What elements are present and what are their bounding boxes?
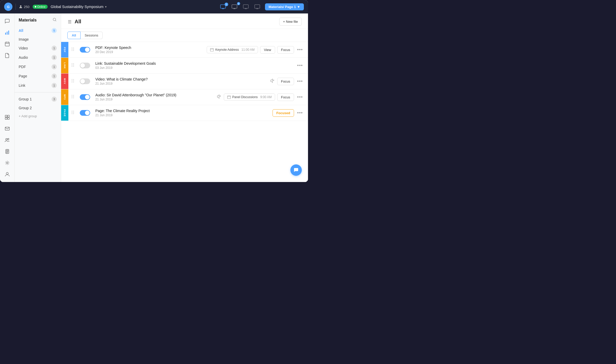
badge-nav-icon[interactable] [3, 147, 12, 156]
drag-handle[interactable] [68, 47, 77, 53]
sidebar-item-group2[interactable]: Group 2 [15, 104, 61, 112]
svg-rect-10 [5, 118, 7, 119]
drag-handle[interactable] [68, 110, 77, 116]
view-button[interactable]: View [260, 46, 275, 54]
more-menu-button[interactable]: ••• [296, 46, 304, 54]
material-name: Page: The Climate Reality Project [95, 109, 270, 113]
filter-tab-sessions[interactable]: Sessions [81, 32, 103, 39]
chat-nav-icon[interactable] [3, 17, 12, 26]
svg-point-43 [72, 98, 73, 98]
type-bar-mp3: MP3 [61, 89, 68, 105]
screen-switcher: 2 [218, 3, 262, 10]
grid-nav-icon[interactable] [3, 113, 12, 122]
mute-icon[interactable] [270, 78, 275, 85]
add-group-button[interactable]: + Add group [15, 112, 61, 120]
material-actions: Focus ••• [270, 78, 308, 85]
focus-button[interactable]: Focus [277, 93, 294, 101]
svg-point-14 [8, 139, 9, 140]
materials-page-button[interactable]: Materials/ Page 1 ▼ [265, 3, 304, 10]
svg-rect-45 [227, 96, 231, 99]
calendar-nav-icon[interactable] [3, 39, 12, 49]
svg-point-33 [72, 79, 73, 80]
content-area: All + New file All Sessions PDF [61, 13, 308, 182]
svg-point-47 [73, 111, 74, 112]
search-icon[interactable] [53, 18, 57, 23]
avatar: G [4, 3, 12, 11]
svg-point-22 [72, 49, 73, 50]
svg-rect-3 [255, 5, 260, 8]
settings-nav-icon[interactable] [3, 158, 12, 168]
material-toggle[interactable] [80, 94, 90, 100]
type-bar-pdf: PDF [61, 42, 68, 57]
material-info: Audio: Sir David Attenborough "Our Plane… [93, 89, 217, 105]
filter-tab-all[interactable]: All [67, 32, 81, 39]
material-toggle[interactable] [80, 63, 90, 68]
sidebar-title: Materials [19, 18, 37, 23]
type-bar-page: PAGE [61, 105, 68, 121]
material-name: Audio: Sir David Attenborough "Our Plane… [95, 93, 214, 97]
mute-icon[interactable] [217, 94, 222, 100]
svg-point-21 [73, 48, 74, 48]
dropdown-arrow-icon: ▼ [104, 5, 107, 8]
focus-button[interactable]: Focus [277, 78, 294, 85]
people-nav-icon[interactable] [3, 135, 12, 145]
screen-3-icon[interactable] [241, 3, 250, 10]
file-nav-icon[interactable] [3, 51, 12, 60]
material-name: Link: Sustainable Development Goals [95, 61, 293, 65]
svg-rect-9 [8, 115, 9, 117]
email-nav-icon[interactable] [3, 124, 12, 133]
material-toggle[interactable] [80, 78, 90, 84]
chat-fab-button[interactable] [290, 164, 302, 176]
analytics-nav-icon[interactable] [3, 28, 12, 37]
more-menu-button[interactable]: ••• [296, 62, 304, 69]
focused-button[interactable]: Focused [273, 109, 294, 117]
svg-point-31 [72, 66, 73, 67]
sidebar-item-all[interactable]: All 5 [15, 26, 61, 35]
dropdown-arrow-icon: ▼ [297, 5, 300, 9]
screen-1-icon[interactable] [218, 3, 228, 10]
material-actions: ••• [296, 62, 308, 69]
screen-2-icon[interactable]: 2 [230, 3, 239, 10]
svg-point-51 [73, 113, 74, 114]
online-badge: Online [33, 5, 48, 9]
filter-tabs: All Sessions [61, 29, 308, 42]
drag-handle[interactable] [68, 63, 77, 68]
materials-list: PDF PDF: Keynote Speech 20 Dec 2019 [61, 42, 308, 182]
new-file-button[interactable]: + New file [279, 18, 302, 26]
more-menu-button[interactable]: ••• [296, 93, 304, 101]
content-title-area: All [67, 19, 81, 25]
material-row: MP3 Audio: Sir David Attenborough "Our P… [61, 89, 308, 105]
screen-4-icon[interactable] [253, 3, 262, 10]
calendar-icon [210, 48, 214, 52]
topbar: G 250 Online Global Sustainability Sympo… [0, 0, 308, 13]
focus-button[interactable]: Focus [277, 46, 294, 54]
svg-point-50 [72, 113, 73, 114]
more-menu-button[interactable]: ••• [296, 78, 304, 85]
material-name: PDF: Keynote Speech [95, 46, 204, 50]
svg-point-27 [72, 63, 73, 64]
material-date: 21 Jun 2019 [95, 82, 267, 85]
sidebar-item-pdf[interactable]: PDF 1 [15, 62, 61, 71]
drag-handle[interactable] [68, 94, 77, 100]
sidebar-item-link[interactable]: Link 1 [15, 81, 61, 90]
svg-rect-6 [8, 31, 9, 35]
svg-rect-26 [210, 48, 213, 51]
icon-nav [0, 13, 15, 182]
drag-handle[interactable] [68, 78, 77, 84]
material-toggle[interactable] [80, 110, 90, 116]
sidebar-item-audio[interactable]: Audio 1 [15, 53, 61, 62]
material-row: LINK Link: Sustainable Development Goals… [61, 58, 308, 74]
sidebar-item-image[interactable]: Image [15, 35, 61, 43]
svg-rect-0 [220, 5, 226, 8]
svg-point-17 [6, 162, 8, 164]
user-nav-icon[interactable] [3, 170, 12, 179]
material-toggle[interactable] [80, 47, 90, 53]
svg-point-46 [72, 111, 73, 112]
sidebar-item-video[interactable]: Video 1 [15, 43, 61, 53]
sidebar-item-group1[interactable]: Group 1 3 [15, 94, 61, 104]
sidebar-item-page[interactable]: Page 1 [15, 71, 61, 81]
more-menu-button[interactable]: ••• [296, 109, 304, 117]
svg-point-19 [53, 18, 56, 21]
svg-rect-1 [232, 5, 237, 8]
material-name: Video: What is Climate Change? [95, 77, 267, 81]
